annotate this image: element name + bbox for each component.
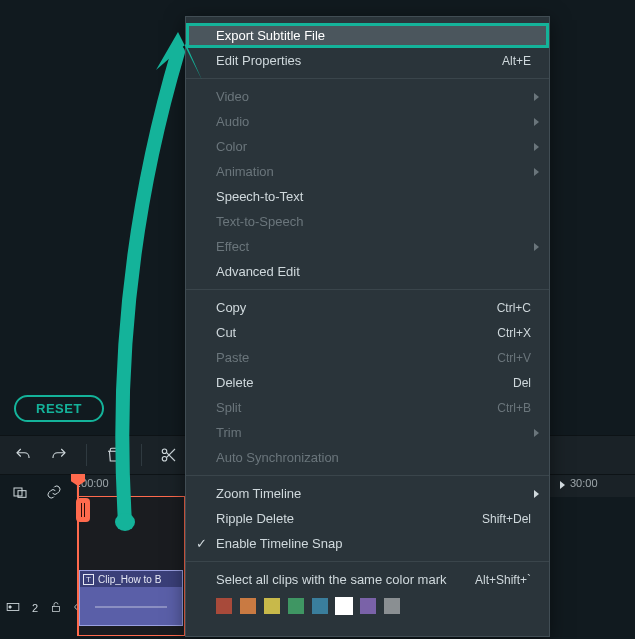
menu-item-label: Trim [216, 425, 531, 440]
menu-item-label: Copy [216, 300, 497, 315]
submenu-arrow-icon [560, 481, 565, 489]
menu-item-enable-timeline-snap[interactable]: ✓Enable Timeline Snap [186, 531, 549, 556]
menu-shortcut: Ctrl+V [497, 351, 531, 365]
menu-item-label: Advanced Edit [216, 264, 531, 279]
menu-item-label: Cut [216, 325, 497, 340]
color-swatch[interactable] [240, 598, 256, 614]
delete-icon[interactable] [105, 446, 123, 464]
lock-icon[interactable] [50, 600, 62, 616]
menu-item-label: Video [216, 89, 531, 104]
toolbar-separator [141, 444, 142, 466]
color-swatch[interactable] [360, 598, 376, 614]
submenu-arrow-icon [534, 118, 539, 126]
svg-rect-7 [53, 607, 60, 612]
menu-item-audio: Audio [186, 109, 549, 134]
text-badge-icon: T [83, 574, 94, 585]
menu-item-edit-properties[interactable]: Edit PropertiesAlt+E [186, 48, 549, 73]
color-swatch[interactable] [336, 598, 352, 614]
color-swatch[interactable] [264, 598, 280, 614]
menu-shortcut: Alt+Shift+` [475, 573, 531, 587]
menu-item-label: Zoom Timeline [216, 486, 531, 501]
color-swatch[interactable] [216, 598, 232, 614]
timeline-left-controls [0, 475, 62, 511]
menu-item-animation: Animation [186, 159, 549, 184]
menu-shortcut: Del [513, 376, 531, 390]
check-icon: ✓ [196, 536, 207, 551]
clip-body [80, 587, 182, 627]
menu-shortcut: Ctrl+X [497, 326, 531, 340]
menu-item-delete[interactable]: DeleteDel [186, 370, 549, 395]
menu-item-label: Split [216, 400, 497, 415]
undo-icon[interactable] [14, 446, 32, 464]
menu-item-label: Delete [216, 375, 513, 390]
clip-title: Clip_How to B [98, 574, 161, 585]
menu-item-color: Color [186, 134, 549, 159]
submenu-arrow-icon [534, 93, 539, 101]
menu-item-advanced-edit[interactable]: Advanced Edit [186, 259, 549, 284]
svg-point-6 [9, 606, 11, 608]
redo-icon[interactable] [50, 446, 68, 464]
menu-shortcut: Shift+Del [482, 512, 531, 526]
menu-item-paste: PasteCtrl+V [186, 345, 549, 370]
context-menu: Export Subtitle FileEdit PropertiesAlt+E… [185, 16, 550, 637]
split-icon[interactable] [160, 446, 178, 464]
menu-item-auto-synchronization: Auto Synchronization [186, 445, 549, 470]
menu-item-text-to-speech: Text-to-Speech [186, 209, 549, 234]
selection-handle-left[interactable] [76, 498, 90, 522]
menu-item-label: Effect [216, 239, 531, 254]
menu-item-label: Select all clips with the same color mar… [216, 572, 475, 587]
menu-item-label: Paste [216, 350, 497, 365]
menu-item-label: Audio [216, 114, 531, 129]
timeline-clip[interactable]: T Clip_How to B [79, 570, 183, 626]
track-type-icon[interactable] [6, 601, 20, 615]
menu-item-label: Text-to-Speech [216, 214, 531, 229]
menu-item-label: Auto Synchronization [216, 450, 531, 465]
toolbar-separator [86, 444, 87, 466]
submenu-arrow-icon [534, 143, 539, 151]
menu-item-label: Speech-to-Text [216, 189, 531, 204]
menu-item-label: Edit Properties [216, 53, 502, 68]
ruler-tick-end: 30:00 [570, 477, 598, 489]
menu-item-label: Enable Timeline Snap [216, 536, 531, 551]
submenu-arrow-icon [534, 243, 539, 251]
menu-item-label: Ripple Delete [216, 511, 482, 526]
overlap-icon[interactable] [12, 484, 28, 503]
submenu-arrow-icon [534, 429, 539, 437]
menu-item-speech-to-text[interactable]: Speech-to-Text [186, 184, 549, 209]
submenu-arrow-icon [534, 168, 539, 176]
menu-item-trim: Trim [186, 420, 549, 445]
menu-item-ripple-delete[interactable]: Ripple DeleteShift+Del [186, 506, 549, 531]
menu-item-zoom-timeline[interactable]: Zoom Timeline [186, 481, 549, 506]
color-swatch[interactable] [384, 598, 400, 614]
menu-shortcut: Ctrl+B [497, 401, 531, 415]
submenu-arrow-icon [534, 490, 539, 498]
menu-item-video: Video [186, 84, 549, 109]
color-swatch-row [186, 592, 549, 620]
menu-item-label: Animation [216, 164, 531, 179]
color-swatch[interactable] [312, 598, 328, 614]
menu-item-split: SplitCtrl+B [186, 395, 549, 420]
clip-header: T Clip_How to B [80, 571, 182, 587]
menu-item-effect: Effect [186, 234, 549, 259]
link-icon[interactable] [46, 484, 62, 503]
menu-item-label: Export Subtitle File [216, 28, 531, 43]
menu-shortcut: Ctrl+C [497, 301, 531, 315]
track-badge: 2 [32, 602, 38, 614]
reset-button[interactable]: RESET [14, 395, 104, 422]
menu-shortcut: Alt+E [502, 54, 531, 68]
menu-item-cut[interactable]: CutCtrl+X [186, 320, 549, 345]
menu-item-copy[interactable]: CopyCtrl+C [186, 295, 549, 320]
menu-item-label: Color [216, 139, 531, 154]
color-swatch[interactable] [288, 598, 304, 614]
menu-item-select-all-clips-with-the-same-color-mark[interactable]: Select all clips with the same color mar… [186, 567, 549, 592]
menu-item-export-subtitle-file[interactable]: Export Subtitle File [186, 23, 549, 48]
